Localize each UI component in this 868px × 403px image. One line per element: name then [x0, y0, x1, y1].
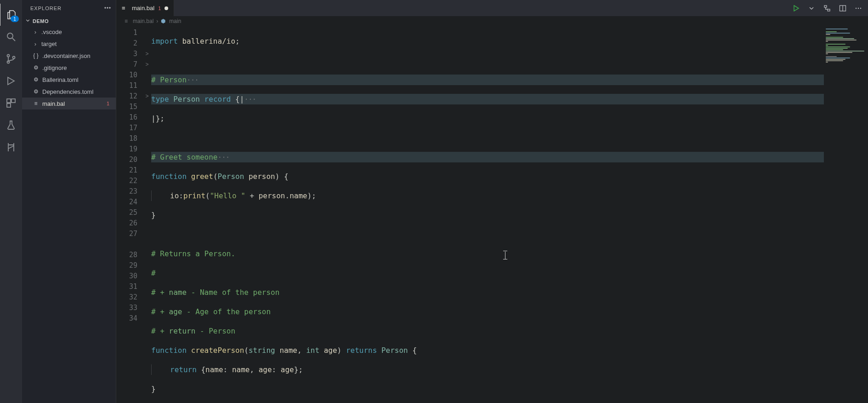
extensions-icon: [6, 98, 17, 109]
line-number: 16: [116, 112, 143, 122]
line-number: 2: [116, 38, 143, 48]
activity-source-control[interactable]: [0, 48, 22, 70]
breadcrumbs: ≡main.bal › ⬢main: [116, 16, 868, 26]
run-button[interactable]: [791, 3, 801, 13]
flask-icon: [6, 120, 17, 131]
tabs-bar: ≡ main.bal 1: [116, 0, 868, 16]
explorer-section[interactable]: DEMO: [22, 16, 116, 26]
tab-main-bal[interactable]: ≡ main.bal 1: [116, 0, 174, 16]
explorer-sidebar: EXPLORER DEMO ›.vscode ›target { }.devco…: [22, 0, 116, 403]
play-icon: [792, 5, 800, 12]
activity-ballerina[interactable]: [0, 136, 22, 158]
split-editor-button[interactable]: [838, 3, 848, 13]
breadcrumb-label: main.bal: [133, 18, 153, 24]
fold-toggle[interactable]: >: [143, 59, 151, 69]
mouse-ibeam-icon-cap: [503, 259, 507, 259]
editor-title-actions: [786, 0, 868, 16]
code-line: io:print("Hello " + person.name);: [151, 190, 824, 201]
code-line: # + age - Age of the person: [151, 306, 824, 317]
fold-mark: [143, 175, 151, 186]
line-number-gutter: 1 2 3 7 10 11 12 15 16 17 18 19 20 21 22…: [116, 26, 143, 403]
chevron-right-icon: ›: [32, 40, 39, 47]
tree-label: main.bal: [42, 100, 65, 107]
play-bug-icon: [6, 75, 17, 86]
tree-item-devcontainer[interactable]: { }.devcontainer.json: [22, 50, 116, 62]
line-number: 11: [116, 80, 143, 91]
tree-item-dependencies-toml[interactable]: ⚙Dependencies.toml: [22, 86, 116, 98]
code-line: # Greet someone···: [151, 152, 824, 162]
explorer-more[interactable]: [104, 4, 111, 12]
fold-mark: [143, 165, 151, 175]
fold-mark: [143, 228, 151, 239]
tree-item-vscode-folder[interactable]: ›.vscode: [22, 26, 116, 38]
fold-mark: [143, 218, 151, 228]
diagram-button[interactable]: [822, 3, 832, 13]
fold-mark: [143, 69, 151, 80]
tree-label: Ballerina.toml: [42, 76, 79, 83]
svg-rect-12: [828, 9, 830, 11]
app-root: 1 EXPLORER DEMO: [0, 0, 868, 403]
svg-point-10: [109, 7, 110, 8]
fold-toggle[interactable]: >: [143, 91, 151, 101]
fold-mark: [143, 133, 151, 144]
code-line: import ballerina/io;: [151, 36, 824, 46]
tab-label: main.bal: [132, 5, 154, 12]
line-number: 28: [116, 249, 143, 260]
line-number: 22: [116, 175, 143, 186]
tab-problems-count: 1: [158, 6, 161, 11]
breadcrumb-symbol[interactable]: ⬢main: [161, 18, 181, 24]
fold-gutter: > > >: [143, 26, 151, 403]
svg-point-4: [13, 57, 15, 59]
fold-mark: [143, 186, 151, 196]
fold-mark: [143, 302, 151, 313]
line-number: 15: [116, 101, 143, 112]
code-line: }: [151, 210, 824, 220]
minimap[interactable]: [824, 26, 868, 403]
activity-run-debug[interactable]: [0, 70, 22, 92]
tree-label: .vscode: [41, 29, 62, 35]
line-number: 32: [116, 292, 143, 302]
more-actions-button[interactable]: [853, 3, 863, 13]
line-number: 33: [116, 302, 143, 313]
code-editor[interactable]: 1 2 3 7 10 11 12 15 16 17 18 19 20 21 22…: [116, 26, 868, 403]
explorer-title: EXPLORER: [30, 6, 62, 11]
tree-item-gitignore[interactable]: ⚙.gitignore: [22, 62, 116, 74]
code-area[interactable]: import ballerina/io; # Person··· type Pe…: [151, 26, 824, 403]
run-dropdown[interactable]: [806, 3, 817, 13]
svg-point-8: [105, 7, 106, 8]
line-number: 30: [116, 271, 143, 281]
activity-explorer[interactable]: 1: [0, 4, 23, 26]
line-number: 12: [116, 91, 143, 101]
fold-mark: [143, 249, 151, 260]
activity-testing[interactable]: [0, 114, 22, 136]
file-icon: ≡: [32, 100, 40, 107]
tree-item-target-folder[interactable]: ›target: [22, 38, 116, 50]
code-line: #: [151, 268, 824, 278]
activity-extensions[interactable]: [0, 92, 22, 114]
code-line: # Person···: [151, 75, 824, 85]
line-number: 17: [116, 122, 143, 133]
gear-icon: ⚙: [32, 64, 40, 71]
code-line: # Returns a Person.: [151, 248, 824, 259]
problems-badge: 1: [107, 101, 109, 106]
fold-mark: [143, 271, 151, 281]
explorer-header: EXPLORER: [22, 0, 116, 16]
line-number: 20: [116, 154, 143, 165]
split-icon: [839, 5, 846, 12]
svg-rect-5: [7, 99, 11, 103]
svg-point-0: [7, 33, 13, 39]
fold-mark: [143, 144, 151, 154]
mouse-ibeam-icon: [505, 252, 505, 259]
code-line: function greet(Person person) {: [151, 171, 824, 182]
fold-mark: [143, 196, 151, 207]
line-number: 26: [116, 218, 143, 228]
breadcrumb-file[interactable]: ≡main.bal: [125, 18, 153, 24]
fold-toggle[interactable]: >: [143, 48, 151, 59]
activity-search[interactable]: [0, 26, 22, 48]
tree-item-ballerina-toml[interactable]: ⚙Ballerina.toml: [22, 74, 116, 86]
search-icon: [6, 31, 17, 42]
breadcrumb-label: main: [169, 18, 181, 24]
tree-label: Dependencies.toml: [42, 88, 93, 95]
tree-item-main-bal[interactable]: ≡main.bal1: [22, 98, 116, 109]
file-tree: ›.vscode ›target { }.devcontainer.json ⚙…: [22, 26, 116, 403]
